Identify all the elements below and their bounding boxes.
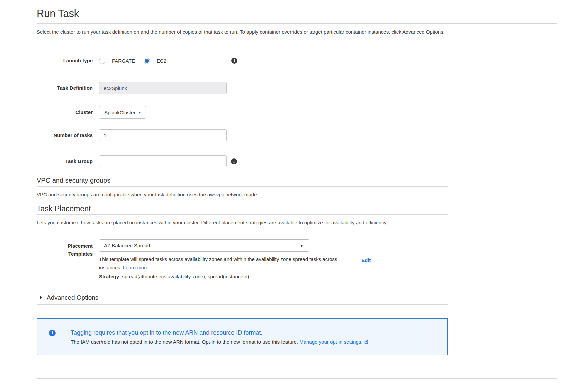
task-definition-field bbox=[99, 82, 227, 94]
task-group-field[interactable] bbox=[99, 155, 227, 167]
alert-message: The IAM user/role has not opted in to th… bbox=[71, 339, 298, 345]
task-definition-label: Task Definition bbox=[37, 85, 99, 91]
edit-placement-link[interactable]: Edit bbox=[361, 257, 371, 263]
vpc-section-description: VPC and security groups are configurable… bbox=[37, 191, 557, 198]
manage-opt-in-link[interactable]: Manage your opt-in settings. bbox=[299, 339, 369, 345]
task-definition-row: Task Definition bbox=[37, 82, 557, 94]
run-task-page: Run Task Select the cluster to run your … bbox=[0, 7, 584, 379]
tagging-alert: i Tagging requires that you opt in to th… bbox=[37, 318, 448, 355]
page-title: Run Task bbox=[37, 7, 557, 20]
placement-templates-row: Placement Templates AZ Balanced Spread ▼… bbox=[37, 239, 557, 281]
task-group-info-icon[interactable]: i bbox=[231, 158, 237, 164]
select-caret-icon: ▼ bbox=[300, 243, 304, 248]
ec2-radio-label[interactable]: EC2 bbox=[157, 58, 166, 64]
advanced-options-toggle[interactable]: Advanced Options bbox=[37, 294, 557, 301]
vpc-section-title: VPC and security groups bbox=[37, 176, 557, 185]
alert-title: Tagging requires that you opt in to the … bbox=[71, 329, 369, 337]
strategy-label: Strategy: bbox=[99, 274, 121, 279]
number-of-tasks-label: Number of tasks bbox=[37, 132, 99, 139]
learn-more-link[interactable]: Learn more. bbox=[123, 265, 150, 270]
alert-info-icon: i bbox=[49, 330, 56, 336]
fargate-radio[interactable] bbox=[99, 58, 105, 64]
placement-template-description: This template will spread tasks across a… bbox=[99, 255, 342, 272]
placement-template-select[interactable]: AZ Balanced Spread ▼ bbox=[99, 239, 309, 252]
chevron-down-icon: ▾ bbox=[139, 110, 141, 115]
task-placement-divider bbox=[37, 214, 448, 215]
external-link-icon bbox=[364, 339, 369, 344]
title-divider bbox=[37, 23, 557, 24]
alert-body: Tagging requires that you opt in to the … bbox=[71, 329, 369, 345]
task-group-label: Task Group bbox=[37, 158, 99, 165]
number-of-tasks-field[interactable] bbox=[99, 129, 227, 141]
fargate-radio-label[interactable]: FARGATE bbox=[112, 58, 135, 64]
task-placement-section-title: Task Placement bbox=[37, 204, 557, 213]
number-of-tasks-row: Number of tasks bbox=[37, 129, 557, 141]
vpc-section-divider bbox=[37, 186, 448, 187]
advanced-options-divider bbox=[37, 304, 448, 305]
bottom-divider bbox=[37, 378, 557, 379]
alert-text: The IAM user/role has not opted in to th… bbox=[71, 339, 369, 345]
placement-template-value: AZ Balanced Spread bbox=[104, 243, 150, 248]
manage-opt-in-label: Manage your opt-in settings. bbox=[299, 339, 362, 345]
triangle-right-icon bbox=[40, 296, 42, 300]
cluster-row: Cluster SplunkCluster ▾ bbox=[37, 106, 557, 119]
cluster-dropdown[interactable]: SplunkCluster ▾ bbox=[99, 106, 146, 119]
cluster-label: Cluster bbox=[37, 109, 99, 116]
cluster-dropdown-value: SplunkCluster bbox=[104, 110, 135, 115]
placement-templates-label: Placement Templates bbox=[37, 239, 99, 258]
run-task-form: Launch type FARGATE EC2 i Task Definitio… bbox=[37, 57, 557, 167]
strategy-line: Strategy: spread(attribute:ecs.availabil… bbox=[99, 272, 342, 281]
launch-type-label: Launch type bbox=[37, 57, 99, 64]
ec2-radio[interactable] bbox=[144, 58, 150, 64]
strategy-value: spread(attribute:ecs.availability-zone),… bbox=[122, 274, 249, 279]
task-group-row: Task Group i bbox=[37, 155, 557, 167]
page-description: Select the cluster to run your task defi… bbox=[37, 29, 557, 35]
task-placement-description: Lets you customize how tasks are placed … bbox=[37, 219, 557, 226]
placement-templates-group: AZ Balanced Spread ▼ This template will … bbox=[99, 239, 342, 281]
launch-type-row: Launch type FARGATE EC2 i bbox=[37, 57, 557, 64]
launch-type-info-icon[interactable]: i bbox=[231, 58, 237, 64]
advanced-options-label: Advanced Options bbox=[47, 294, 98, 301]
